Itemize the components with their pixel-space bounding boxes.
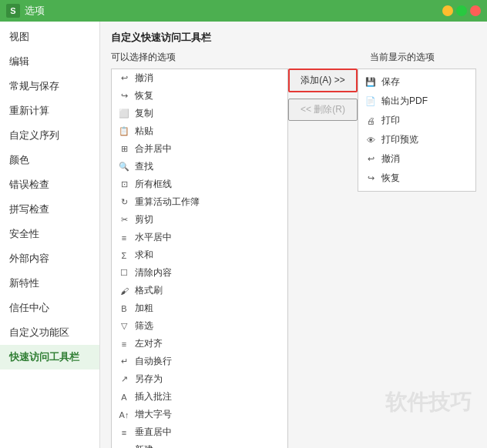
list-item-icon: ▽: [118, 321, 130, 332]
current-item-label: 打印预览: [381, 133, 418, 146]
list-item-icon: ↗: [118, 374, 130, 385]
list-item-label: 插入批注: [135, 390, 172, 403]
list-item-icon: ≡: [118, 339, 130, 349]
available-list-item[interactable]: 🖌格式刷: [112, 282, 287, 299]
left-col-label: 可以选择的选项: [111, 51, 288, 64]
available-list-item[interactable]: Σ求和: [112, 246, 287, 264]
available-list-item[interactable]: ⬜复制: [112, 105, 287, 122]
list-item-icon: A: [118, 392, 130, 403]
list-item-label: 撤消: [135, 72, 153, 85]
current-list-item[interactable]: ↩撤消: [358, 149, 475, 169]
available-list-item[interactable]: ≡垂直居中: [112, 423, 287, 441]
list-item-icon: ✂: [118, 215, 130, 226]
sidebar-item-0[interactable]: 视图: [0, 25, 99, 49]
sidebar-item-9[interactable]: 外部内容: [0, 246, 99, 271]
available-items-scroll[interactable]: ↩撤消↪恢复⬜复制📋粘贴⊞合并居中🔍查找⊡所有框线↻重算活动工作簿✂剪切≡水平居…: [112, 69, 287, 448]
available-list-item[interactable]: ✂剪切: [112, 211, 287, 229]
close-button[interactable]: [470, 5, 481, 16]
current-item-label: 打印: [381, 114, 400, 127]
available-list-item[interactable]: A↑增大字号: [112, 406, 287, 423]
list-item-icon: Σ: [118, 250, 130, 261]
list-item-icon: ≡: [118, 232, 130, 243]
main-content: 自定义快速访问工具栏 可以选择的选项 当前显示的选项 ↩撤消↪恢复⬜复制📋粘贴⊞…: [100, 22, 487, 448]
list-item-label: 另存为: [135, 373, 163, 386]
sidebar-item-8[interactable]: 安全性: [0, 222, 99, 246]
current-item-icon: ↩: [364, 154, 377, 165]
list-item-label: 重算活动工作簿: [135, 196, 200, 209]
current-item-label: 撤消: [381, 152, 400, 165]
current-item-label: 输出为PDF: [381, 95, 428, 108]
available-list-item[interactable]: 🔍查找: [112, 158, 287, 176]
list-item-label: 恢复: [135, 89, 153, 102]
available-list-item[interactable]: ↻重算活动工作簿: [112, 193, 287, 211]
list-item-label: 新建: [135, 443, 153, 448]
sidebar-item-7[interactable]: 拼写检查: [0, 197, 99, 222]
list-item-label: 水平居中: [135, 231, 172, 244]
column-labels: 可以选择的选项 当前显示的选项: [111, 51, 476, 64]
list-item-label: 格式刷: [135, 284, 163, 297]
current-list-item[interactable]: 🖨打印: [358, 111, 475, 130]
list-item-icon: 🔍: [118, 162, 130, 172]
sidebar-item-10[interactable]: 新特性: [0, 271, 99, 296]
available-list-item[interactable]: ↪恢复: [112, 87, 287, 105]
available-list-item[interactable]: 📋粘贴: [112, 122, 287, 140]
available-items-list[interactable]: ↩撤消↪恢复⬜复制📋粘贴⊞合并居中🔍查找⊡所有框线↻重算活动工作簿✂剪切≡水平居…: [111, 69, 288, 448]
list-item-icon: ↪: [118, 91, 130, 102]
list-item-label: 自动换行: [135, 355, 172, 368]
available-list-item[interactable]: B加粗: [112, 299, 287, 317]
sidebar: 视图编辑常规与保存重新计算自定义序列颜色错误检查拼写检查安全性外部内容新特性信任…: [0, 22, 100, 448]
minimize-button[interactable]: [442, 5, 453, 16]
right-col-label: 当前显示的选项: [370, 51, 476, 64]
available-list-item[interactable]: ▽筛选: [112, 317, 287, 335]
current-item-icon: 💾: [364, 77, 377, 88]
current-list-item[interactable]: 👁打印预览: [358, 130, 475, 149]
sidebar-item-12[interactable]: 自定义功能区: [0, 320, 99, 345]
current-list-item[interactable]: ↪恢复: [358, 169, 475, 188]
list-item-label: 加粗: [135, 302, 153, 315]
current-list-item[interactable]: 💾保存: [358, 72, 475, 92]
current-item-icon: 📄: [364, 96, 377, 107]
available-list-item[interactable]: ↩撤消: [112, 69, 287, 87]
title-bar: S 选项: [0, 0, 487, 22]
available-list-item[interactable]: ☐清除内容: [112, 264, 287, 282]
available-list-item[interactable]: ↗另存为: [112, 370, 287, 388]
sidebar-item-5[interactable]: 颜色: [0, 148, 99, 172]
sidebar-item-11[interactable]: 信任中心: [0, 296, 99, 320]
sidebar-item-1[interactable]: 编辑: [0, 49, 99, 74]
section-title: 自定义快速访问工具栏: [111, 31, 476, 45]
available-list-item[interactable]: ≡左对齐: [112, 335, 287, 353]
dialog-body: 视图编辑常规与保存重新计算自定义序列颜色错误检查拼写检查安全性外部内容新特性信任…: [0, 22, 487, 448]
current-item-icon: 🖨: [364, 115, 377, 126]
list-item-icon: ⊞: [118, 144, 130, 155]
current-item-label: 恢复: [381, 172, 400, 185]
list-item-icon: ⊡: [118, 179, 130, 190]
list-item-label: 清除内容: [135, 266, 172, 279]
list-item-label: 剪切: [135, 213, 153, 226]
available-list-item[interactable]: ⊡所有框线: [112, 176, 287, 193]
sidebar-item-3[interactable]: 重新计算: [0, 99, 99, 123]
sidebar-item-4[interactable]: 自定义序列: [0, 123, 99, 148]
list-item-icon: ↵: [118, 356, 130, 367]
remove-button[interactable]: << 删除(R): [288, 99, 358, 121]
available-list-item[interactable]: +新建: [112, 441, 287, 448]
available-list-item[interactable]: ⊞合并居中: [112, 140, 287, 158]
list-item-icon: ⬜: [118, 109, 130, 119]
window-controls: [442, 5, 481, 16]
list-item-icon: ≡: [118, 427, 130, 438]
available-list-item[interactable]: A插入批注: [112, 388, 287, 406]
list-item-label: 合并居中: [135, 142, 172, 155]
list-item-label: 增大字号: [135, 408, 172, 421]
sidebar-item-2[interactable]: 常规与保存: [0, 74, 99, 99]
transfer-buttons: 添加(A) >> << 删除(R): [288, 69, 358, 121]
add-button[interactable]: 添加(A) >>: [288, 69, 358, 92]
sidebar-item-6[interactable]: 错误检查: [0, 172, 99, 197]
current-item-icon: 👁: [364, 135, 377, 145]
current-list-item[interactable]: 📄输出为PDF: [358, 92, 475, 111]
list-item-label: 左对齐: [135, 337, 163, 350]
maximize-button[interactable]: [456, 5, 467, 16]
current-items-list[interactable]: 💾保存📄输出为PDF🖨打印👁打印预览↩撤消↪恢复: [358, 69, 476, 192]
list-item-icon: ☐: [118, 268, 130, 279]
sidebar-item-13[interactable]: 快速访问工具栏: [0, 345, 99, 369]
available-list-item[interactable]: ≡水平居中: [112, 229, 287, 246]
available-list-item[interactable]: ↵自动换行: [112, 353, 287, 370]
